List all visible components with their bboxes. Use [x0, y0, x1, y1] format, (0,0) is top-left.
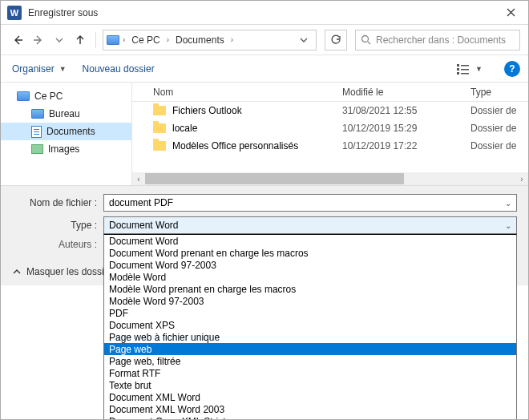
file-type: Dossier de	[464, 105, 528, 116]
scroll-right-button[interactable]: ›	[515, 172, 528, 185]
breadcrumb-dropdown[interactable]	[295, 36, 313, 44]
file-type: Dossier de	[464, 123, 528, 134]
search-placeholder: Rechercher dans : Documents	[376, 34, 506, 46]
scrollbar-thumb[interactable]	[145, 173, 404, 184]
chevron-down-icon: ⌄	[505, 221, 511, 230]
up-button[interactable]	[71, 31, 89, 49]
recent-button[interactable]	[50, 31, 68, 49]
tree-root-label: Ce PC	[34, 91, 63, 102]
scroll-left-button[interactable]: ‹	[132, 172, 145, 185]
documents-icon	[31, 126, 42, 138]
file-modified: 10/12/2019 17:22	[336, 140, 464, 151]
type-selected-label: Document Word	[109, 220, 178, 231]
type-option[interactable]: Modèle Word	[104, 271, 516, 283]
type-option[interactable]: Format RTF	[104, 367, 516, 379]
search-input[interactable]: Rechercher dans : Documents	[355, 30, 520, 50]
toolbar: Organiser ▼ Nouveau dossier ▼ ?	[1, 55, 528, 83]
breadcrumb-root[interactable]: Ce PC	[128, 34, 163, 46]
help-button[interactable]: ?	[504, 61, 520, 77]
filename-label: Nom de fichier :	[1, 197, 103, 208]
type-option[interactable]: Document Word prenant en charge les macr…	[104, 247, 516, 259]
chevron-right-icon: ›	[229, 35, 235, 44]
horizontal-scrollbar[interactable]: ‹ ›	[132, 172, 528, 185]
arrow-left-icon	[11, 34, 24, 46]
file-type: Dossier de	[464, 140, 528, 151]
type-combobox[interactable]: Document Word ⌄ Document WordDocument Wo…	[103, 216, 517, 234]
chevron-down-icon[interactable]: ⌄	[505, 199, 511, 208]
explorer: Ce PC BureauDocumentsImages Nom Modifié …	[1, 83, 528, 185]
desktop-icon	[31, 109, 44, 119]
chevron-down-icon	[55, 36, 63, 44]
filename-input[interactable]: document PDF ⌄	[103, 194, 517, 212]
forward-button[interactable]	[30, 31, 47, 49]
organize-label: Organiser	[12, 63, 55, 75]
file-row[interactable]: Modèles Office personnalisés10/12/2019 1…	[132, 137, 528, 155]
chevron-down-icon: ▼	[475, 65, 483, 73]
chevron-down-icon: ▼	[59, 65, 67, 73]
arrow-right-icon	[32, 34, 45, 46]
svg-rect-3	[457, 72, 459, 75]
svg-rect-5	[461, 69, 469, 71]
file-row[interactable]: Fichiers Outlook31/08/2021 12:55Dossier …	[132, 102, 528, 119]
refresh-icon	[330, 34, 341, 46]
chevron-right-icon: ›	[121, 35, 127, 44]
save-form: Nom de fichier : document PDF ⌄ Type : D…	[1, 185, 528, 258]
navbar: › Ce PC › Documents › Rechercher dans : …	[1, 25, 528, 55]
window-title: Enregistrer sous	[28, 7, 493, 18]
type-option[interactable]: PDF	[104, 307, 516, 319]
col-name-header[interactable]: Nom	[147, 87, 336, 98]
view-mode-button[interactable]: ▼	[451, 61, 488, 77]
column-headers[interactable]: Nom Modifié le Type	[132, 83, 528, 102]
refresh-button[interactable]	[325, 30, 347, 50]
type-option[interactable]: Document XML Word	[104, 391, 516, 403]
type-option[interactable]: Document XPS	[104, 319, 516, 331]
type-option[interactable]: Page web, filtrée	[104, 355, 516, 367]
chevron-down-icon	[300, 36, 308, 44]
file-name: Modèles Office personnalisés	[172, 140, 298, 151]
organize-button[interactable]: Organiser ▼	[9, 62, 70, 76]
search-icon	[361, 34, 371, 45]
folder-icon	[153, 141, 166, 151]
breadcrumb[interactable]: › Ce PC › Documents ›	[103, 30, 317, 50]
svg-rect-6	[461, 73, 469, 75]
type-option[interactable]: Document Word	[104, 235, 516, 247]
file-name: Fichiers Outlook	[172, 105, 242, 116]
tree-item[interactable]: Images	[1, 140, 131, 158]
file-pane: Nom Modifié le Type Fichiers Outlook31/0…	[132, 83, 528, 185]
file-modified: 10/12/2019 15:29	[336, 123, 464, 134]
tree-item-label: Images	[48, 143, 79, 155]
folder-tree[interactable]: Ce PC BureauDocumentsImages	[1, 83, 132, 185]
type-option[interactable]: Document Open XML Strict	[104, 415, 516, 420]
tree-item[interactable]: Documents	[1, 123, 131, 140]
type-option[interactable]: Modèle Word 97-2003	[104, 295, 516, 307]
chevron-up-icon	[12, 267, 22, 277]
close-button[interactable]	[493, 1, 528, 25]
titlebar: W Enregistrer sous	[1, 1, 528, 25]
separator	[95, 32, 96, 48]
tree-item-label: Bureau	[49, 108, 80, 119]
breadcrumb-current[interactable]: Documents	[172, 34, 228, 46]
type-option[interactable]: Document XML Word 2003	[104, 403, 516, 415]
col-type-header[interactable]: Type	[464, 87, 528, 98]
type-option[interactable]: Page web	[104, 343, 516, 355]
view-icon	[457, 63, 471, 75]
svg-rect-1	[457, 64, 459, 67]
type-dropdown-list[interactable]: Document WordDocument Word prenant en ch…	[103, 234, 517, 420]
type-selected[interactable]: Document Word ⌄	[103, 216, 517, 234]
filename-value: document PDF	[109, 197, 173, 208]
arrow-up-icon	[74, 34, 87, 46]
type-option[interactable]: Modèle Word prenant en charge les macros	[104, 283, 516, 295]
type-option[interactable]: Document Word 97-2003	[104, 259, 516, 271]
back-button[interactable]	[9, 31, 26, 49]
tree-item-label: Documents	[46, 126, 95, 137]
folder-icon	[153, 123, 166, 133]
col-modified-header[interactable]: Modifié le	[336, 87, 464, 98]
type-option[interactable]: Page web à fichier unique	[104, 331, 516, 343]
svg-rect-4	[461, 65, 469, 67]
tree-item[interactable]: Bureau	[1, 105, 131, 123]
file-row[interactable]: locale10/12/2019 15:29Dossier de	[132, 119, 528, 137]
tree-root[interactable]: Ce PC	[1, 87, 131, 105]
new-folder-button[interactable]: Nouveau dossier	[79, 62, 158, 76]
svg-rect-2	[457, 68, 459, 71]
type-option[interactable]: Texte brut	[104, 379, 516, 391]
